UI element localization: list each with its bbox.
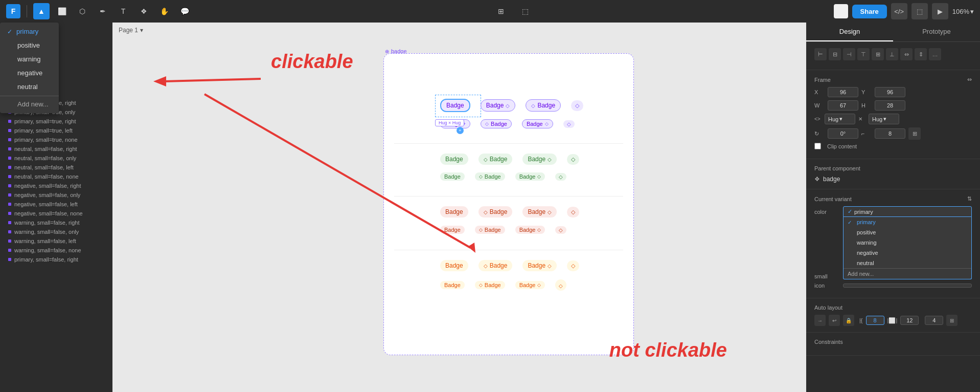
badge-warn-sm-2[interactable]: ◇ Badge: [475, 281, 505, 289]
layer-item[interactable]: negative, small=false, right: [0, 181, 112, 190]
layer-item[interactable]: warning, small=false, right: [0, 218, 112, 227]
badge-primary-sm-2[interactable]: ◇ Badge: [481, 119, 512, 128]
color-swatch[interactable]: [834, 4, 848, 18]
al-padding-v-input[interactable]: [925, 316, 943, 325]
badge-pos-sm-icon[interactable]: ◇: [555, 173, 566, 181]
al-lock[interactable]: 🔒: [843, 315, 854, 326]
w-input[interactable]: [828, 100, 858, 111]
dropdown-item-add[interactable]: Add new...: [0, 96, 59, 111]
layer-item[interactable]: primary, small=true, right: [0, 117, 112, 126]
layer-item[interactable]: primary, small=true, left: [0, 126, 112, 135]
option-add-new[interactable]: Add new...: [844, 268, 971, 279]
corner-lock[interactable]: ⊞: [908, 127, 921, 140]
badge-pos-1[interactable]: Badge: [440, 154, 468, 165]
layer-item[interactable]: negative, small=false, only: [0, 190, 112, 200]
page-tab[interactable]: Page 1 ▾: [119, 27, 143, 34]
dropdown-item-negative[interactable]: negative: [0, 66, 59, 80]
tab-design[interactable]: Design: [806, 23, 893, 41]
color-variant-value[interactable]: ✓ primary: [843, 206, 972, 217]
align-middle-v[interactable]: ⊞: [872, 48, 884, 60]
present-view[interactable]: ⬚: [911, 3, 928, 19]
zoom-level[interactable]: 106% ▾: [952, 8, 974, 15]
icon-variant-value[interactable]: [843, 284, 972, 288]
code-view[interactable]: </>: [891, 3, 907, 19]
badge-primary-icon-only[interactable]: ◇: [571, 100, 583, 111]
frame-tool[interactable]: ⬜: [54, 3, 70, 19]
share-button[interactable]: Share: [852, 5, 887, 18]
badge-pos-sm-1[interactable]: Badge: [440, 172, 465, 181]
badge-neg-sm-1[interactable]: Badge: [440, 226, 465, 234]
badge-primary-icon-right[interactable]: Badge ◇: [481, 99, 516, 112]
layer-item[interactable]: warning, small=false, only: [0, 227, 112, 236]
al-more[interactable]: ⊞: [946, 315, 958, 326]
layer-item[interactable]: neutral, small=false, left: [0, 163, 112, 172]
layer-item[interactable]: warning, small=false, left: [0, 236, 112, 246]
al-direction-h[interactable]: →: [814, 315, 826, 326]
text-tool[interactable]: T: [115, 3, 131, 19]
grid-view[interactable]: ⊞: [493, 3, 509, 19]
badge-primary-sm-icon[interactable]: ◇: [563, 120, 575, 128]
canvas-frame[interactable]: Hug × Hug + Badge Badge ◇ ◇ Badge ◇ Badg…: [383, 53, 634, 355]
align-left[interactable]: ⊢: [814, 48, 827, 60]
badge-warn-1[interactable]: Badge: [440, 260, 468, 271]
dropdown-item-neutral[interactable]: neutral: [0, 80, 59, 94]
align-more[interactable]: …: [929, 48, 941, 60]
badge-pos-icon[interactable]: ◇: [567, 154, 579, 165]
layer-item[interactable]: primary, small=true, none: [0, 135, 112, 144]
component-tool[interactable]: ❖: [135, 3, 152, 19]
badge-neg-1[interactable]: Badge: [440, 206, 468, 217]
badge-pos-3[interactable]: Badge ◇: [522, 154, 557, 165]
dropdown-item-warning[interactable]: warning: [0, 52, 59, 66]
badge-pos-sm-2[interactable]: ◇ Badge: [475, 172, 505, 181]
layer-item[interactable]: negative, small=false, left: [0, 200, 112, 209]
rotation-input[interactable]: [828, 128, 858, 139]
option-positive[interactable]: positive: [844, 227, 971, 237]
badge-primary-icon-left[interactable]: ◇ Badge: [526, 99, 561, 112]
badge-neg-icon[interactable]: ◇: [567, 207, 579, 217]
tab-prototype[interactable]: Prototype: [893, 23, 980, 41]
al-gap-input[interactable]: [866, 316, 884, 325]
option-warning[interactable]: warning: [844, 237, 971, 248]
distribute-h[interactable]: ⇔: [900, 48, 913, 60]
option-neutral[interactable]: neutral: [844, 258, 971, 268]
badge-warn-3[interactable]: Badge ◇: [522, 260, 557, 271]
badge-warn-icon[interactable]: ◇: [567, 260, 579, 271]
layer-item[interactable]: neutral, small=false, none: [0, 172, 112, 181]
corner-input[interactable]: [875, 128, 905, 139]
shape-tool[interactable]: ⬡: [74, 3, 90, 19]
badge-warn-sm-3[interactable]: Badge ◇: [515, 281, 545, 289]
badge-neg-sm-3[interactable]: Badge ◇: [515, 226, 545, 234]
clip-checkbox[interactable]: [814, 143, 821, 149]
align-right[interactable]: ⊣: [843, 48, 855, 60]
select-tool[interactable]: ▲: [33, 3, 50, 19]
layer-item[interactable]: warning, small=false, none: [0, 246, 112, 255]
al-padding-h-input[interactable]: [900, 316, 919, 325]
badge-neg-sm-icon[interactable]: ◇: [555, 226, 566, 234]
align-top[interactable]: ⊤: [857, 48, 870, 60]
badge-neg-sm-2[interactable]: ◇ Badge: [475, 226, 505, 234]
option-primary[interactable]: ✓primary: [844, 217, 971, 227]
badge-warn-sm-icon[interactable]: ◇: [555, 279, 566, 291]
badge-pos-sm-3[interactable]: Badge ◇: [515, 172, 545, 181]
x-input[interactable]: [828, 87, 858, 97]
al-wrap[interactable]: ↩: [829, 315, 840, 326]
mirror[interactable]: ⬚: [517, 3, 534, 19]
h-mode[interactable]: Hug▾: [869, 114, 899, 124]
w-mode[interactable]: Hug▾: [825, 114, 855, 124]
distribute-v[interactable]: ⇕: [915, 48, 927, 60]
h-input[interactable]: [875, 100, 905, 111]
badge-warn-2[interactable]: ◇ Badge: [478, 260, 513, 271]
option-negative[interactable]: negative: [844, 248, 971, 258]
badge-pos-2[interactable]: ◇ Badge: [478, 154, 513, 165]
badge-neg-2[interactable]: ◇ Badge: [478, 206, 513, 217]
align-bottom[interactable]: ⊥: [886, 48, 898, 60]
dropdown-item-primary[interactable]: ✓ primary: [0, 25, 59, 38]
badge-primary-selected[interactable]: Badge: [440, 99, 470, 112]
badge-neg-3[interactable]: Badge ◇: [522, 206, 557, 217]
align-center-h[interactable]: ⊟: [829, 48, 841, 60]
badge-warn-sm-1[interactable]: Badge: [440, 281, 465, 289]
layer-item[interactable]: negative, small=false, none: [0, 209, 112, 218]
layer-item[interactable]: neutral, small=false, only: [0, 154, 112, 163]
play-button[interactable]: ▶: [932, 3, 948, 19]
pen-tool[interactable]: ✒: [95, 3, 111, 19]
